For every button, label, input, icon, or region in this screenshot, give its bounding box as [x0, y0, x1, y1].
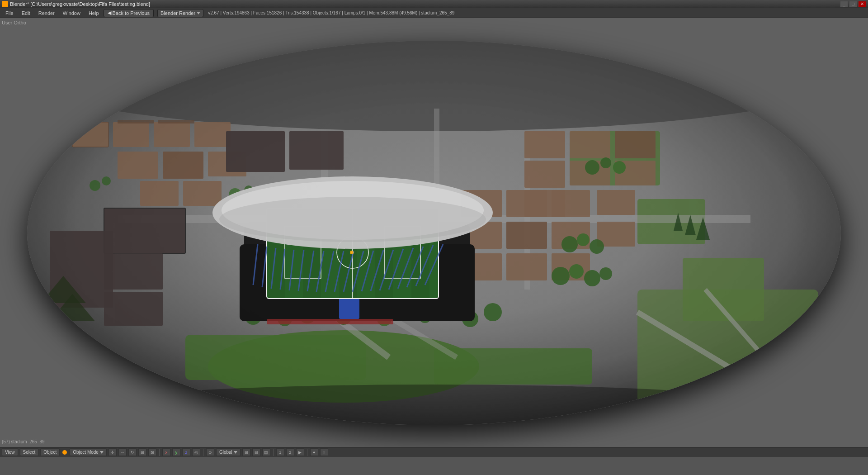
svg-rect-49	[615, 131, 656, 158]
object-mode-label: Object Mode	[73, 450, 99, 455]
separator	[159, 449, 160, 456]
svg-rect-34	[226, 131, 285, 172]
viewport-shading2-icon[interactable]: ○	[320, 448, 328, 456]
svg-rect-26	[140, 181, 179, 206]
object-info: (57) stadium_265_89	[2, 439, 45, 444]
svg-rect-32	[104, 253, 163, 290]
object-mode-dropdown[interactable]: Object Mode	[70, 448, 107, 456]
scene-container: (57) stadium_265_89	[0, 18, 868, 457]
svg-rect-39	[597, 190, 635, 215]
svg-rect-7	[434, 348, 592, 385]
global-dropdown[interactable]: Global	[216, 448, 241, 456]
cursor-tool-icon[interactable]: ✛	[108, 448, 117, 456]
transform-tool-icon[interactable]: ⊠	[148, 448, 156, 456]
global-dropdown-arrow	[234, 451, 237, 454]
svg-point-60	[613, 161, 626, 174]
back-icon: ◀	[108, 10, 111, 16]
viewport-projection-label: User Ortho	[2, 20, 26, 25]
svg-rect-30	[50, 231, 113, 271]
svg-rect-48	[570, 131, 610, 158]
grid-icon[interactable]: ⊞	[242, 448, 250, 456]
svg-rect-24	[163, 152, 203, 179]
svg-rect-21	[154, 122, 190, 147]
window-controls[interactable]: _ □ ✕	[840, 1, 866, 7]
svg-rect-50	[524, 161, 565, 188]
svg-rect-90	[267, 319, 393, 324]
world-platform	[27, 41, 841, 425]
object-menu-button[interactable]: Object	[40, 448, 60, 456]
svg-rect-28	[104, 208, 185, 253]
x-axis-icon[interactable]: x	[162, 448, 170, 456]
layer2-icon[interactable]: 2	[286, 448, 294, 456]
mode-dropdown-arrow	[100, 451, 104, 454]
svg-point-66	[584, 270, 600, 286]
scene-svg	[27, 41, 841, 425]
svg-point-64	[552, 267, 570, 285]
viewport-shading-icon[interactable]: ●	[310, 448, 318, 456]
svg-point-80	[484, 303, 502, 321]
back-to-previous-button[interactable]: ◀ Back to Previous	[104, 9, 154, 17]
menu-bar: File Edit Render Window Help ◀ Back to P…	[0, 8, 868, 18]
separator2	[203, 449, 203, 456]
select-menu-button[interactable]: Select	[20, 448, 39, 456]
status-bar: View Select Object Object Mode ✛ ↔ ↻ ⊞ ⊠…	[0, 447, 868, 457]
mode-indicator	[62, 450, 67, 455]
maximize-button[interactable]: □	[849, 1, 857, 7]
close-button[interactable]: ✕	[858, 1, 866, 7]
z-axis-icon[interactable]: z	[182, 448, 190, 456]
menu-render[interactable]: Render	[35, 9, 58, 17]
translate-tool-icon[interactable]: ↔	[118, 448, 127, 456]
svg-rect-45	[506, 253, 547, 280]
global-label: Global	[219, 450, 232, 455]
menu-help[interactable]: Help	[85, 9, 103, 17]
svg-point-105	[219, 197, 486, 242]
3d-viewport[interactable]: User Ortho	[0, 18, 868, 457]
scale-tool-icon[interactable]: ⊞	[138, 448, 146, 456]
layer1-icon[interactable]: 1	[276, 448, 284, 456]
title-bar-left: Blender* [C:\Users\gregkwaste\Desktop\Fi…	[2, 1, 150, 7]
view-menu-button[interactable]: View	[2, 448, 18, 456]
back-button-label: Back to Previous	[113, 10, 150, 16]
grid2-icon[interactable]: ⊟	[252, 448, 260, 456]
svg-point-54	[90, 180, 100, 191]
svg-rect-6	[185, 335, 366, 380]
render-engine-label: Blender Render	[160, 10, 195, 16]
separator3	[273, 449, 274, 456]
svg-point-59	[600, 157, 611, 168]
menu-edit[interactable]: Edit	[18, 9, 34, 17]
dropdown-arrow-icon	[197, 12, 200, 14]
proportional-edit-icon[interactable]: ◎	[192, 448, 200, 456]
stats-display: v2.67 | Verts:194863 | Faces:151826 | Tr…	[208, 10, 866, 15]
render-engine-dropdown[interactable]: Blender Render	[157, 9, 203, 17]
render-preview-icon[interactable]: ▶	[296, 448, 304, 456]
svg-point-55	[102, 176, 111, 185]
rotate-tool-icon[interactable]: ↻	[128, 448, 137, 456]
svg-rect-47	[524, 131, 565, 158]
svg-point-61	[561, 236, 578, 252]
title-bar: Blender* [C:\Users\gregkwaste\Desktop\Fi…	[0, 0, 868, 8]
svg-rect-128	[158, 120, 194, 124]
svg-point-126	[350, 251, 354, 254]
menu-window[interactable]: Window	[59, 9, 84, 17]
svg-rect-22	[194, 122, 231, 147]
svg-point-65	[569, 264, 584, 279]
grid3-icon[interactable]: ▤	[262, 448, 270, 456]
blender-icon	[2, 1, 8, 7]
svg-rect-18	[72, 122, 108, 147]
window-title: Blender* [C:\Users\gregkwaste\Desktop\Fi…	[10, 1, 150, 7]
svg-rect-41	[506, 222, 547, 249]
minimize-button[interactable]: _	[840, 1, 848, 7]
svg-rect-127	[118, 120, 154, 124]
menu-file[interactable]: File	[2, 9, 17, 17]
snap-icon[interactable]: ⊙	[206, 448, 214, 456]
svg-point-58	[585, 160, 599, 175]
svg-rect-20	[113, 122, 149, 147]
svg-point-62	[577, 233, 590, 246]
svg-rect-23	[118, 152, 158, 179]
svg-point-67	[599, 267, 612, 280]
svg-rect-27	[183, 181, 222, 206]
y-axis-icon[interactable]: y	[172, 448, 180, 456]
svg-rect-33	[104, 292, 163, 326]
svg-rect-53	[524, 190, 565, 217]
svg-point-63	[590, 239, 604, 254]
